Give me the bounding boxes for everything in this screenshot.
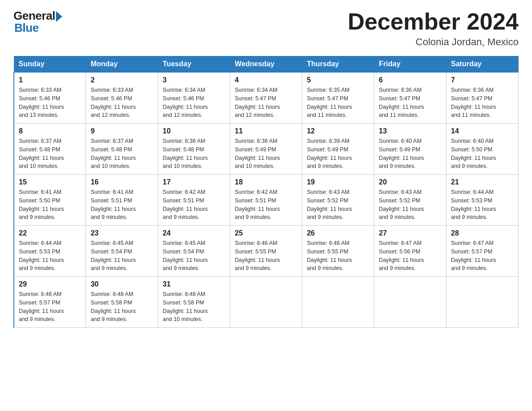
day-info: Sunrise: 6:45 AM Sunset: 5:54 PM Dayligh… (90, 239, 153, 273)
table-row: 22 Sunrise: 6:44 AM Sunset: 5:53 PM Dayl… (14, 226, 86, 277)
table-row (374, 277, 446, 328)
day-info: Sunrise: 6:45 AM Sunset: 5:54 PM Dayligh… (163, 239, 225, 273)
table-row: 18 Sunrise: 6:42 AM Sunset: 5:51 PM Dayl… (230, 175, 302, 226)
day-number: 11 (235, 127, 297, 135)
day-number: 14 (451, 127, 514, 135)
col-thursday: Thursday (302, 56, 374, 73)
day-number: 2 (90, 76, 153, 84)
day-number: 12 (307, 127, 369, 135)
calendar-week-4: 22 Sunrise: 6:44 AM Sunset: 5:53 PM Dayl… (14, 226, 519, 277)
table-row: 23 Sunrise: 6:45 AM Sunset: 5:54 PM Dayl… (86, 226, 158, 277)
day-info: Sunrise: 6:48 AM Sunset: 5:57 PM Dayligh… (19, 290, 81, 324)
table-row: 31 Sunrise: 6:48 AM Sunset: 5:58 PM Dayl… (158, 277, 230, 328)
table-row: 16 Sunrise: 6:41 AM Sunset: 5:51 PM Dayl… (86, 175, 158, 226)
day-info: Sunrise: 6:38 AM Sunset: 5:49 PM Dayligh… (235, 137, 297, 171)
col-sunday: Sunday (14, 56, 86, 73)
day-info: Sunrise: 6:37 AM Sunset: 5:48 PM Dayligh… (19, 137, 81, 171)
day-number: 15 (19, 178, 81, 186)
day-number: 16 (90, 178, 153, 186)
day-number: 26 (307, 229, 369, 237)
logo-arrow-icon (56, 11, 62, 22)
calendar-week-5: 29 Sunrise: 6:48 AM Sunset: 5:57 PM Dayl… (14, 277, 519, 328)
col-friday: Friday (374, 56, 446, 73)
title-section: December 2024 Colonia Jordan, Mexico (348, 9, 519, 48)
table-row: 11 Sunrise: 6:38 AM Sunset: 5:49 PM Dayl… (230, 124, 302, 175)
day-info: Sunrise: 6:42 AM Sunset: 5:51 PM Dayligh… (163, 188, 225, 222)
day-number: 31 (163, 280, 225, 288)
day-info: Sunrise: 6:41 AM Sunset: 5:51 PM Dayligh… (90, 188, 153, 222)
day-number: 4 (235, 76, 297, 84)
table-row: 9 Sunrise: 6:37 AM Sunset: 5:48 PM Dayli… (86, 124, 158, 175)
table-row: 4 Sunrise: 6:34 AM Sunset: 5:47 PM Dayli… (230, 72, 302, 124)
month-title: December 2024 (348, 9, 519, 34)
day-number: 6 (379, 76, 442, 84)
day-number: 13 (379, 127, 442, 135)
day-info: Sunrise: 6:43 AM Sunset: 5:52 PM Dayligh… (379, 188, 442, 222)
table-row: 6 Sunrise: 6:36 AM Sunset: 5:47 PM Dayli… (374, 72, 446, 124)
day-info: Sunrise: 6:44 AM Sunset: 5:53 PM Dayligh… (451, 188, 514, 222)
col-saturday: Saturday (446, 56, 519, 73)
col-wednesday: Wednesday (230, 56, 302, 73)
day-info: Sunrise: 6:37 AM Sunset: 5:48 PM Dayligh… (90, 137, 153, 171)
day-number: 5 (307, 76, 369, 84)
day-number: 3 (163, 76, 225, 84)
day-info: Sunrise: 6:44 AM Sunset: 5:53 PM Dayligh… (19, 239, 81, 273)
day-number: 7 (451, 76, 514, 84)
day-number: 22 (19, 229, 81, 237)
page-header: General Blue December 2024 Colonia Jorda… (13, 9, 519, 48)
table-row: 8 Sunrise: 6:37 AM Sunset: 5:48 PM Dayli… (14, 124, 86, 175)
table-row (230, 277, 302, 328)
table-row: 2 Sunrise: 6:33 AM Sunset: 5:46 PM Dayli… (86, 72, 158, 124)
day-number: 10 (163, 127, 225, 135)
table-row: 14 Sunrise: 6:40 AM Sunset: 5:50 PM Dayl… (446, 124, 519, 175)
day-info: Sunrise: 6:42 AM Sunset: 5:51 PM Dayligh… (235, 188, 297, 222)
table-row: 29 Sunrise: 6:48 AM Sunset: 5:57 PM Dayl… (14, 277, 86, 328)
day-number: 8 (19, 127, 81, 135)
col-tuesday: Tuesday (158, 56, 230, 73)
table-row (446, 277, 519, 328)
day-number: 27 (379, 229, 442, 237)
day-info: Sunrise: 6:33 AM Sunset: 5:46 PM Dayligh… (90, 86, 153, 120)
header-row: Sunday Monday Tuesday Wednesday Thursday… (14, 56, 519, 73)
table-row: 26 Sunrise: 6:46 AM Sunset: 5:55 PM Dayl… (302, 226, 374, 277)
day-info: Sunrise: 6:40 AM Sunset: 5:50 PM Dayligh… (451, 137, 514, 171)
day-info: Sunrise: 6:39 AM Sunset: 5:49 PM Dayligh… (307, 137, 369, 171)
table-row: 5 Sunrise: 6:35 AM Sunset: 5:47 PM Dayli… (302, 72, 374, 124)
table-row: 21 Sunrise: 6:44 AM Sunset: 5:53 PM Dayl… (446, 175, 519, 226)
day-number: 21 (451, 178, 514, 186)
day-info: Sunrise: 6:47 AM Sunset: 5:57 PM Dayligh… (451, 239, 514, 273)
day-info: Sunrise: 6:34 AM Sunset: 5:47 PM Dayligh… (235, 86, 297, 120)
logo-blue-text: Blue (13, 21, 39, 35)
day-number: 24 (163, 229, 225, 237)
calendar-week-2: 8 Sunrise: 6:37 AM Sunset: 5:48 PM Dayli… (14, 124, 519, 175)
table-row: 13 Sunrise: 6:40 AM Sunset: 5:49 PM Dayl… (374, 124, 446, 175)
day-number: 17 (163, 178, 225, 186)
table-row: 28 Sunrise: 6:47 AM Sunset: 5:57 PM Dayl… (446, 226, 519, 277)
day-info: Sunrise: 6:34 AM Sunset: 5:46 PM Dayligh… (163, 86, 225, 120)
day-info: Sunrise: 6:38 AM Sunset: 5:48 PM Dayligh… (163, 137, 225, 171)
table-row: 20 Sunrise: 6:43 AM Sunset: 5:52 PM Dayl… (374, 175, 446, 226)
logo: General Blue (13, 9, 62, 35)
day-number: 29 (19, 280, 81, 288)
day-info: Sunrise: 6:40 AM Sunset: 5:49 PM Dayligh… (379, 137, 442, 171)
day-number: 30 (90, 280, 153, 288)
table-row: 17 Sunrise: 6:42 AM Sunset: 5:51 PM Dayl… (158, 175, 230, 226)
table-row: 30 Sunrise: 6:48 AM Sunset: 5:58 PM Dayl… (86, 277, 158, 328)
table-row: 15 Sunrise: 6:41 AM Sunset: 5:50 PM Dayl… (14, 175, 86, 226)
calendar-table: Sunday Monday Tuesday Wednesday Thursday… (13, 56, 519, 328)
day-number: 25 (235, 229, 297, 237)
calendar-week-1: 1 Sunrise: 6:33 AM Sunset: 5:46 PM Dayli… (14, 72, 519, 124)
col-monday: Monday (86, 56, 158, 73)
table-row: 25 Sunrise: 6:46 AM Sunset: 5:55 PM Dayl… (230, 226, 302, 277)
table-row: 12 Sunrise: 6:39 AM Sunset: 5:49 PM Dayl… (302, 124, 374, 175)
day-info: Sunrise: 6:48 AM Sunset: 5:58 PM Dayligh… (90, 290, 153, 324)
day-info: Sunrise: 6:35 AM Sunset: 5:47 PM Dayligh… (307, 86, 369, 120)
location-subtitle: Colonia Jordan, Mexico (348, 36, 519, 48)
day-info: Sunrise: 6:48 AM Sunset: 5:58 PM Dayligh… (163, 290, 225, 324)
day-info: Sunrise: 6:43 AM Sunset: 5:52 PM Dayligh… (307, 188, 369, 222)
day-info: Sunrise: 6:46 AM Sunset: 5:55 PM Dayligh… (235, 239, 297, 273)
day-info: Sunrise: 6:36 AM Sunset: 5:47 PM Dayligh… (379, 86, 442, 120)
calendar-week-3: 15 Sunrise: 6:41 AM Sunset: 5:50 PM Dayl… (14, 175, 519, 226)
day-info: Sunrise: 6:46 AM Sunset: 5:55 PM Dayligh… (307, 239, 369, 273)
table-row: 10 Sunrise: 6:38 AM Sunset: 5:48 PM Dayl… (158, 124, 230, 175)
